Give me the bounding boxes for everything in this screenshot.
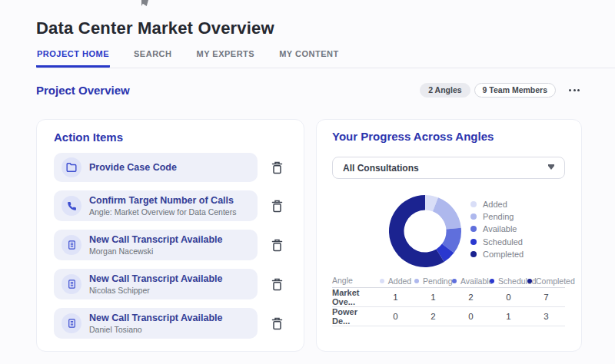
action-item-pill[interactable]: New Call Transcript AvailableMorgan Nace…	[54, 230, 258, 260]
progress-card: Your Progress Across Angles All Consulta…	[316, 119, 582, 352]
progress-donut-chart	[388, 194, 462, 268]
legend-dot-icon	[470, 251, 477, 257]
action-item-subtitle: Nicolas Schipper	[89, 286, 222, 295]
phone-icon	[62, 196, 81, 216]
action-item: New Call Transcript AvailableMorgan Nace…	[54, 230, 287, 260]
table-header-available: Available	[452, 274, 490, 287]
delete-action-item-button[interactable]	[267, 274, 287, 294]
value-cell: 3	[527, 306, 565, 326]
action-item-subtitle: Angle: Market Overview for Data Centers	[89, 207, 236, 217]
tab-project-home[interactable]: PROJECT HOME	[36, 45, 110, 68]
column-dot-icon	[452, 279, 457, 283]
legend-label: Pending	[483, 212, 514, 221]
table-header-angle: Angle	[332, 274, 377, 287]
action-item-subtitle: Daniel Tosiano	[89, 325, 222, 334]
legend-item-completed: Completed	[470, 250, 524, 259]
action-item-pill[interactable]: New Call Transcript AvailableDaniel Tosi…	[54, 308, 258, 339]
delete-action-item-button[interactable]	[267, 235, 287, 255]
transcript-icon	[62, 274, 81, 294]
action-item-subtitle: Morgan Nacewski	[89, 247, 222, 256]
trash-icon	[271, 161, 283, 174]
transcript-icon	[62, 313, 81, 333]
action-item: Confirm Target Number of CallsAngle: Mar…	[54, 190, 287, 221]
legend-label: Added	[483, 200, 507, 209]
legend-item-added: Added	[470, 200, 524, 209]
page-title: Data Center Market Overview	[36, 18, 274, 38]
angles-table: AngleAddedPendingAvailableScheduledCompl…	[332, 274, 565, 326]
table-header-pending: Pending	[414, 274, 452, 287]
ellipsis-icon	[577, 89, 580, 91]
action-items-list: Provide Case CodeConfirm Target Number o…	[54, 153, 287, 339]
value-cell: 2	[414, 306, 452, 326]
trash-icon	[271, 239, 283, 252]
mouse-cursor-artifact	[141, 0, 148, 6]
legend-label: Scheduled	[483, 237, 523, 247]
ellipsis-icon	[573, 89, 576, 91]
action-items-card: Action Items Provide Case CodeConfirm Ta…	[36, 119, 304, 352]
action-item: Provide Case Code	[54, 153, 287, 182]
legend-item-available: Available	[470, 224, 524, 233]
action-item-title: New Call Transcript Available	[89, 313, 222, 323]
action-item-title: New Call Transcript Available	[89, 273, 222, 284]
consultations-dropdown-value: All Consultations	[343, 163, 419, 174]
tab-bar: PROJECT HOMESEARCHMY EXPERTSMY CONTENT	[36, 45, 615, 68]
value-cell: 0	[377, 306, 414, 326]
folder-icon	[62, 157, 81, 177]
action-item-pill[interactable]: New Call Transcript AvailableNicolas Sch…	[54, 269, 258, 299]
more-options-button[interactable]	[567, 86, 581, 94]
value-cell: 1	[377, 287, 414, 306]
chevron-down-icon	[548, 166, 554, 170]
table-row: Market Ove...11207	[332, 287, 565, 306]
progress-heading: Your Progress Across Angles	[332, 130, 494, 143]
transcript-icon	[62, 235, 81, 255]
value-cell: 2	[452, 287, 490, 306]
tab-my-content[interactable]: MY CONTENT	[278, 45, 340, 68]
table-header-completed: Completed	[527, 274, 565, 287]
trash-icon	[271, 278, 283, 291]
angles-table-wrap: AngleAddedPendingAvailableScheduledCompl…	[332, 274, 565, 326]
action-item-pill[interactable]: Confirm Target Number of CallsAngle: Mar…	[54, 190, 258, 221]
value-cell: 0	[490, 287, 527, 306]
angles-badge[interactable]: 2 Angles	[420, 83, 470, 98]
legend-label: Completed	[483, 250, 524, 259]
value-cell: 1	[490, 306, 527, 326]
legend-dot-icon	[470, 226, 477, 232]
column-dot-icon	[414, 279, 419, 283]
consultations-dropdown[interactable]: All Consultations	[332, 157, 565, 179]
delete-action-item-button[interactable]	[267, 196, 287, 216]
delete-action-item-button[interactable]	[267, 157, 287, 177]
section-title: Project Overview	[36, 84, 130, 97]
section-badges: 2 Angles 9 Team Members	[420, 83, 581, 98]
action-item-title: New Call Transcript Available	[89, 234, 222, 245]
legend-dot-icon	[470, 213, 477, 220]
team-members-badge[interactable]: 9 Team Members	[474, 83, 556, 98]
trash-icon	[271, 317, 283, 330]
delete-action-item-button[interactable]	[267, 313, 287, 333]
angle-name-cell: Power De...	[332, 306, 377, 326]
angle-name-cell: Market Ove...	[332, 287, 377, 306]
value-cell: 0	[452, 306, 490, 326]
legend-dot-icon	[470, 201, 477, 207]
donut-legend: AddedPendingAvailableScheduledCompleted	[470, 200, 524, 262]
legend-item-scheduled: Scheduled	[470, 237, 524, 247]
table-header-scheduled: Scheduled	[490, 274, 527, 287]
column-dot-icon	[490, 279, 494, 283]
tab-search[interactable]: SEARCH	[133, 45, 172, 68]
table-row: Power De...02013	[332, 306, 565, 326]
ellipsis-icon	[569, 89, 571, 91]
legend-label: Available	[483, 224, 517, 233]
donut-slice-pending	[433, 197, 461, 229]
trash-icon	[271, 200, 283, 213]
tab-my-experts[interactable]: MY EXPERTS	[195, 45, 255, 68]
column-dot-icon	[380, 279, 384, 283]
value-cell: 7	[527, 287, 565, 306]
table-header-added: Added	[377, 274, 414, 287]
legend-dot-icon	[470, 239, 477, 245]
column-dot-icon	[527, 279, 532, 283]
action-item-title: Provide Case Code	[89, 162, 177, 173]
action-item-title: Confirm Target Number of Calls	[89, 195, 236, 206]
legend-item-pending: Pending	[470, 212, 524, 221]
action-items-heading: Action Items	[54, 131, 287, 144]
action-item-pill[interactable]: Provide Case Code	[54, 153, 258, 182]
action-item: New Call Transcript AvailableDaniel Tosi…	[54, 308, 287, 339]
